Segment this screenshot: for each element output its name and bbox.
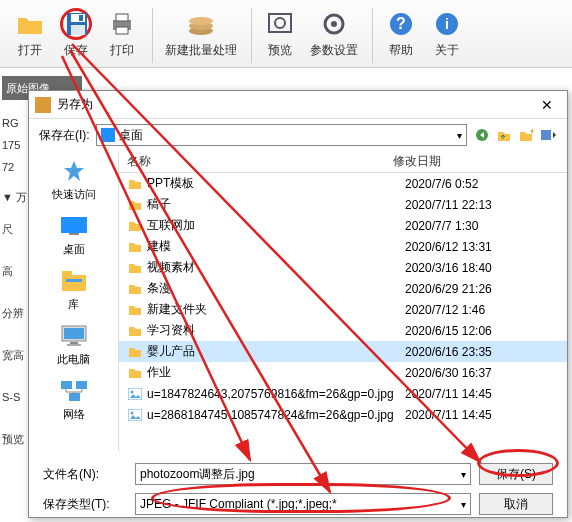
file-date: 2020/6/12 13:31 xyxy=(401,240,567,254)
network-icon xyxy=(57,377,91,405)
col-date[interactable]: 修改日期 xyxy=(389,153,567,170)
svg-text:✦: ✦ xyxy=(529,128,533,136)
dialog-body: 快速访问 桌面 库 此电脑 网络 名称 修改日期 xyxy=(29,151,567,451)
save-button[interactable]: 保存 xyxy=(54,4,98,67)
file-row[interactable]: 学习资料2020/6/15 12:06 xyxy=(119,320,567,341)
close-button[interactable]: ✕ xyxy=(533,95,561,115)
divider xyxy=(152,8,153,63)
svg-point-35 xyxy=(131,390,134,393)
back-icon[interactable] xyxy=(473,126,491,144)
file-row[interactable]: 视频素材2020/3/16 18:40 xyxy=(119,257,567,278)
folder-icon xyxy=(127,177,143,191)
file-date: 2020/3/16 18:40 xyxy=(401,261,567,275)
svg-rect-6 xyxy=(116,27,128,34)
save-confirm-button[interactable]: 保存(S) xyxy=(479,463,553,485)
place-desktop[interactable]: 桌面 xyxy=(57,212,91,257)
savein-label: 保存在(I): xyxy=(39,127,90,144)
file-row[interactable]: 新建文件夹2020/7/12 1:46 xyxy=(119,299,567,320)
filename-value: photozoom调整后.jpg xyxy=(140,466,255,483)
folder-icon xyxy=(127,303,143,317)
open-icon xyxy=(14,8,46,40)
params-label: 参数设置 xyxy=(310,42,358,59)
file-date: 2020/6/30 16:37 xyxy=(401,366,567,380)
svg-rect-5 xyxy=(116,14,128,21)
about-button[interactable]: i 关于 xyxy=(425,4,469,67)
filename-input[interactable]: photozoom调整后.jpg▾ xyxy=(135,463,471,485)
batch-button[interactable]: 新建批量处理 xyxy=(159,4,243,67)
svg-rect-34 xyxy=(128,388,142,400)
svg-rect-30 xyxy=(67,344,81,346)
place-network[interactable]: 网络 xyxy=(57,377,91,422)
file-row[interactable]: u=1847824643,2075769816&fm=26&gp=0.jpg20… xyxy=(119,383,567,404)
dialog-icon xyxy=(35,97,51,113)
params-button[interactable]: 参数设置 xyxy=(304,4,364,67)
file-name: 作业 xyxy=(147,364,401,381)
desktop-icon xyxy=(57,212,91,240)
svg-point-9 xyxy=(189,17,213,25)
file-date: 2020/6/15 12:06 xyxy=(401,324,567,338)
place-libraries[interactable]: 库 xyxy=(57,267,91,312)
about-label: 关于 xyxy=(435,42,459,59)
place-label: 此电脑 xyxy=(57,352,90,367)
file-date: 2020/7/11 22:13 xyxy=(401,198,567,212)
filetype-dropdown[interactable]: JPEG - JFIF Compliant (*.jpg;*.jpeg;*▾ xyxy=(135,493,471,515)
open-button[interactable]: 打开 xyxy=(8,4,52,67)
folder-icon xyxy=(127,366,143,380)
help-button[interactable]: ? 帮助 xyxy=(379,4,423,67)
col-name[interactable]: 名称 xyxy=(119,153,389,170)
print-label: 打印 xyxy=(110,42,134,59)
file-name: 学习资料 xyxy=(147,322,401,339)
svg-rect-25 xyxy=(62,271,72,276)
chevron-down-icon: ▾ xyxy=(457,130,462,141)
chevron-down-icon[interactable]: ▾ xyxy=(461,469,466,480)
place-label: 桌面 xyxy=(63,242,85,257)
svg-rect-26 xyxy=(66,279,82,282)
dialog-bottom: 文件名(N): photozoom调整后.jpg▾ 保存(S) 保存类型(T):… xyxy=(29,451,567,522)
viewmenu-icon[interactable] xyxy=(539,126,557,144)
print-button[interactable]: 打印 xyxy=(100,4,144,67)
svg-text:?: ? xyxy=(396,15,406,32)
savein-dropdown[interactable]: 桌面 ▾ xyxy=(96,124,467,146)
file-row[interactable]: 条漫2020/6/29 21:26 xyxy=(119,278,567,299)
newfolder-icon[interactable]: ✦ xyxy=(517,126,535,144)
file-row[interactable]: 作业2020/6/30 16:37 xyxy=(119,362,567,383)
preview-button[interactable]: 预览 xyxy=(258,4,302,67)
file-row[interactable]: 稿子2020/7/11 22:13 xyxy=(119,194,567,215)
folder-icon xyxy=(127,324,143,338)
file-name: PPT模板 xyxy=(147,175,401,192)
divider xyxy=(251,8,252,63)
file-name: u=2868184745 1085747824&fm=26&gp=0.jpg xyxy=(147,408,401,422)
save-as-dialog: 另存为 ✕ 保存在(I): 桌面 ▾ ✦ 快速访问 桌面 xyxy=(28,90,568,518)
file-date: 2020/6/16 23:35 xyxy=(401,345,567,359)
place-thispc[interactable]: 此电脑 xyxy=(57,322,91,367)
help-icon: ? xyxy=(385,8,417,40)
svg-rect-2 xyxy=(71,25,85,35)
save-icon xyxy=(60,8,92,40)
file-rows[interactable]: PPT模板2020/7/6 0:52稿子2020/7/11 22:13互联网加2… xyxy=(119,173,567,449)
chevron-down-icon[interactable]: ▾ xyxy=(461,499,466,510)
open-label: 打开 xyxy=(18,42,42,59)
star-icon xyxy=(57,157,91,185)
batch-icon xyxy=(185,8,217,40)
savein-value: 桌面 xyxy=(119,127,143,144)
svg-rect-36 xyxy=(128,409,142,421)
print-icon xyxy=(106,8,138,40)
svg-point-11 xyxy=(275,18,285,28)
file-row[interactable]: PPT模板2020/7/6 0:52 xyxy=(119,173,567,194)
file-date: 2020/7/6 0:52 xyxy=(401,177,567,191)
file-row[interactable]: 婴儿产品2020/6/16 23:35 xyxy=(119,341,567,362)
folder-icon xyxy=(127,240,143,254)
file-row[interactable]: u=2868184745 1085747824&fm=26&gp=0.jpg20… xyxy=(119,404,567,425)
svg-rect-3 xyxy=(79,15,83,21)
file-list-header[interactable]: 名称 修改日期 xyxy=(119,151,567,173)
file-row[interactable]: 建模2020/6/12 13:31 xyxy=(119,236,567,257)
filename-label: 文件名(N): xyxy=(43,466,127,483)
cancel-button[interactable]: 取消 xyxy=(479,493,553,515)
file-name: 婴儿产品 xyxy=(147,343,401,360)
place-label: 库 xyxy=(68,297,79,312)
place-quickaccess[interactable]: 快速访问 xyxy=(52,157,96,202)
dialog-titlebar[interactable]: 另存为 ✕ xyxy=(29,91,567,119)
file-row[interactable]: 互联网加2020/7/7 1:30 xyxy=(119,215,567,236)
file-name: 新建文件夹 xyxy=(147,301,401,318)
up-icon[interactable] xyxy=(495,126,513,144)
